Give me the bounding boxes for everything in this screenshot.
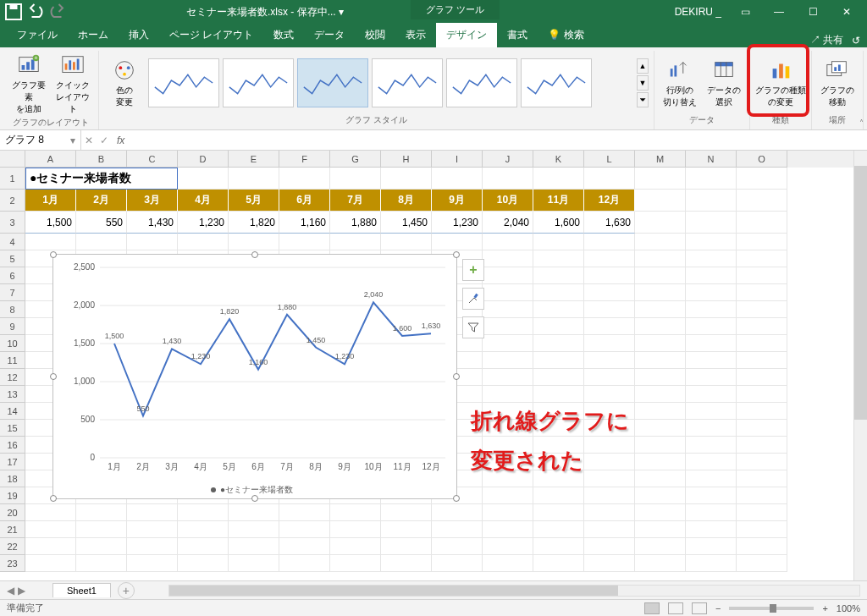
cell[interactable] <box>533 335 584 352</box>
cell[interactable] <box>737 267 787 284</box>
cell[interactable] <box>635 267 686 284</box>
cell[interactable] <box>483 504 533 521</box>
cell[interactable] <box>686 504 737 521</box>
cell[interactable] <box>686 386 737 403</box>
cell[interactable] <box>737 190 787 212</box>
cell[interactable] <box>584 301 635 318</box>
cell[interactable] <box>483 386 533 403</box>
cell[interactable] <box>686 521 737 538</box>
cell[interactable] <box>483 250 533 267</box>
cell[interactable] <box>533 521 584 538</box>
cell[interactable] <box>178 538 229 555</box>
row-header[interactable]: 23 <box>0 555 25 572</box>
cell[interactable] <box>533 301 584 318</box>
cell[interactable] <box>533 352 584 369</box>
row-header[interactable]: 15 <box>0 420 25 437</box>
cell[interactable] <box>533 234 584 250</box>
cell[interactable] <box>686 454 737 470</box>
col-header[interactable]: E <box>229 151 279 168</box>
cell[interactable] <box>635 555 686 572</box>
chart-elements-button[interactable]: + <box>462 259 484 281</box>
cell[interactable]: 9月 <box>432 190 483 212</box>
cell[interactable]: 1,880 <box>330 212 381 234</box>
cell[interactable] <box>635 212 686 234</box>
cell[interactable] <box>737 369 787 386</box>
cell[interactable]: 5月 <box>229 190 279 212</box>
row-header[interactable]: 16 <box>0 437 25 454</box>
col-header[interactable]: D <box>178 151 229 168</box>
cell[interactable] <box>381 234 432 250</box>
cell[interactable] <box>533 267 584 284</box>
cell[interactable]: 1,500 <box>25 212 76 234</box>
cell[interactable] <box>635 504 686 521</box>
cell[interactable] <box>330 234 381 250</box>
cell[interactable] <box>381 521 432 538</box>
save-icon[interactable] <box>3 2 24 22</box>
undo-icon[interactable] <box>25 2 46 22</box>
share-button[interactable]: ↗ 共有 <box>810 33 843 47</box>
cell[interactable] <box>127 555 178 572</box>
chart-styles-button[interactable] <box>462 288 484 310</box>
chart-style-thumb[interactable] <box>148 58 219 107</box>
worksheet-grid[interactable]: ABCDEFGHIJKLMNO 1●セミナー来場者数21月2月3月4月5月6月7… <box>0 151 867 580</box>
cell[interactable] <box>381 504 432 521</box>
col-header[interactable]: O <box>737 151 787 168</box>
cell[interactable] <box>635 420 686 437</box>
cell[interactable] <box>483 487 533 504</box>
cell[interactable] <box>229 538 279 555</box>
col-header[interactable]: K <box>533 151 584 168</box>
new-sheet-button[interactable]: + <box>118 582 135 599</box>
resize-handle-w[interactable] <box>50 373 57 380</box>
cell[interactable] <box>279 555 330 572</box>
sheet-tab[interactable]: Sheet1 <box>52 583 111 597</box>
page-layout-view-icon[interactable] <box>668 602 683 614</box>
sheet-nav-next-icon[interactable]: ▶ <box>18 585 25 597</box>
cell[interactable] <box>635 234 686 250</box>
cell[interactable] <box>381 555 432 572</box>
cell[interactable] <box>432 555 483 572</box>
cell[interactable] <box>483 335 533 352</box>
minimize-icon[interactable]: — <box>762 0 796 24</box>
ribbon-display-options-icon[interactable]: ▭ <box>728 0 762 24</box>
cell[interactable] <box>330 521 381 538</box>
col-header[interactable]: G <box>330 151 381 168</box>
cell[interactable] <box>533 504 584 521</box>
cell[interactable]: 3月 <box>127 190 178 212</box>
cell[interactable] <box>279 521 330 538</box>
zoom-level[interactable]: 100% <box>837 603 860 613</box>
move-chart-button[interactable]: グラフの 移動 <box>817 58 858 108</box>
cell[interactable] <box>483 301 533 318</box>
cell[interactable] <box>737 437 787 454</box>
gallery-scroll-down-icon[interactable]: ▼ <box>637 75 649 91</box>
cell[interactable] <box>330 538 381 555</box>
cell[interactable]: 7月 <box>330 190 381 212</box>
cell[interactable] <box>584 504 635 521</box>
col-header[interactable]: A <box>25 151 76 168</box>
cell[interactable] <box>76 504 127 521</box>
cell[interactable] <box>432 234 483 250</box>
cell[interactable]: 10月 <box>483 190 533 212</box>
cell[interactable] <box>178 234 229 250</box>
cell[interactable] <box>76 555 127 572</box>
cell[interactable] <box>584 555 635 572</box>
cell[interactable] <box>584 267 635 284</box>
gallery-scroll-up-icon[interactable]: ▲ <box>637 58 649 74</box>
cell[interactable] <box>127 538 178 555</box>
row-header[interactable]: 8 <box>0 301 25 318</box>
cell[interactable]: 1,430 <box>127 212 178 234</box>
cell[interactable] <box>229 521 279 538</box>
cell[interactable] <box>584 284 635 301</box>
row-header[interactable]: 4 <box>0 234 25 250</box>
cell[interactable] <box>737 555 787 572</box>
cell[interactable] <box>737 470 787 487</box>
cell[interactable] <box>635 487 686 504</box>
cell[interactable] <box>533 369 584 386</box>
fx-icon[interactable]: fx <box>112 135 130 146</box>
row-header[interactable]: 13 <box>0 386 25 403</box>
cancel-formula-icon[interactable]: ✕ <box>85 135 93 146</box>
cell[interactable]: 8月 <box>381 190 432 212</box>
maximize-icon[interactable]: ☐ <box>796 0 830 24</box>
cell[interactable] <box>279 504 330 521</box>
chart-style-thumb[interactable] <box>297 58 368 107</box>
cell[interactable] <box>635 437 686 454</box>
